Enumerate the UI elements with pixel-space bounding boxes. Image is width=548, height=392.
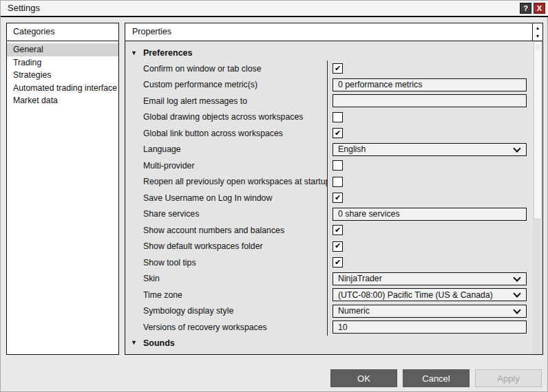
apply-button[interactable]: Apply bbox=[475, 369, 542, 387]
property-value: Numeric bbox=[328, 303, 533, 320]
select-time-zone[interactable]: (UTC-08:00) Pacific Time (US & Canada) bbox=[333, 288, 527, 301]
checkmark-icon: ✔ bbox=[335, 226, 341, 234]
vertical-scrollbar[interactable] bbox=[533, 41, 542, 354]
checkbox-show-default-workspaces-folder[interactable]: ✔ bbox=[333, 241, 343, 252]
property-row: LanguageEnglish bbox=[125, 142, 533, 158]
property-label: Global drawing objects across workspaces bbox=[125, 109, 328, 126]
checkmark-icon: ✔ bbox=[335, 65, 341, 72]
properties-header-label: Properties bbox=[132, 23, 171, 41]
properties-spinner: ▲ ▼ bbox=[532, 23, 542, 41]
property-label: Show tool tips bbox=[125, 254, 328, 271]
property-row: SkinNinjaTrader bbox=[125, 271, 533, 287]
property-value: 0 performance metrics bbox=[328, 77, 533, 94]
property-value: 0 share services bbox=[328, 206, 533, 223]
text-field-custom-performance-metric-s[interactable]: 0 performance metrics bbox=[333, 78, 527, 91]
property-row: Global drawing objects across workspaces bbox=[125, 109, 533, 126]
categories-header: Categories bbox=[7, 23, 118, 41]
checkbox-show-account-numbers-and-balances[interactable]: ✔ bbox=[333, 225, 343, 235]
chevron-down-icon bbox=[513, 306, 520, 314]
property-label: Language bbox=[125, 142, 328, 158]
properties-body: ▼PreferencesConfirm on window or tab clo… bbox=[125, 41, 533, 354]
property-value bbox=[328, 174, 533, 190]
help-button[interactable]: ? bbox=[520, 3, 531, 14]
selected-value: (UTC-08:00) Pacific Time (US & Canada) bbox=[338, 290, 493, 300]
section-title: Preferences bbox=[143, 48, 193, 58]
selected-value: Numeric bbox=[338, 306, 370, 316]
property-label: Custom performance metric(s) bbox=[125, 77, 328, 94]
chevron-down-icon bbox=[513, 290, 520, 298]
window-title: Settings bbox=[8, 1, 40, 16]
selected-value: English bbox=[338, 144, 366, 154]
property-value: (UTC-08:00) Pacific Time (US & Canada) bbox=[328, 287, 533, 303]
property-row: Multi-provider bbox=[125, 157, 533, 174]
settings-window: Settings ? X Categories GeneralTradingSt… bbox=[0, 0, 548, 392]
category-item-general[interactable]: General bbox=[7, 43, 118, 56]
collapse-triangle-icon: ▼ bbox=[131, 50, 137, 56]
property-row: Custom performance metric(s)0 performanc… bbox=[125, 77, 533, 94]
property-row: Show tool tips✔ bbox=[125, 254, 533, 271]
checkmark-icon: ✔ bbox=[335, 129, 341, 137]
property-row: Time zone(UTC-08:00) Pacific Time (US & … bbox=[125, 287, 533, 303]
section-header-preferences[interactable]: ▼Preferences bbox=[125, 45, 533, 61]
cancel-button[interactable]: Cancel bbox=[403, 369, 470, 387]
property-value: ✔ bbox=[328, 61, 533, 77]
checkbox-save-username-on-log-in-window[interactable]: ✔ bbox=[333, 193, 343, 203]
property-label: Multi-provider bbox=[125, 157, 328, 174]
property-row: Confirm on window or tab close✔ bbox=[125, 61, 533, 77]
property-value: ✔ bbox=[328, 125, 533, 142]
ok-button[interactable]: OK bbox=[330, 369, 397, 387]
scroll-down-button[interactable]: ▼ bbox=[533, 32, 542, 41]
property-label: Email log alert messages to bbox=[125, 93, 328, 109]
categories-list: GeneralTradingStrategiesAutomated tradin… bbox=[7, 41, 118, 107]
select-symbology-display-style[interactable]: Numeric bbox=[333, 305, 527, 318]
checkmark-icon: ✔ bbox=[335, 242, 341, 250]
property-value bbox=[328, 93, 533, 109]
checkbox-global-link-button-across-workspaces[interactable]: ✔ bbox=[333, 128, 343, 138]
title-bar: Settings ? X bbox=[1, 1, 548, 17]
checkbox-confirm-on-window-or-tab-close[interactable]: ✔ bbox=[333, 63, 343, 74]
property-value: ✔ bbox=[328, 239, 533, 255]
section-header-sounds[interactable]: ▼Sounds bbox=[125, 336, 533, 351]
text-field-email-log-alert-messages-to[interactable] bbox=[333, 94, 527, 107]
selected-value: NinjaTrader bbox=[338, 274, 382, 283]
property-row: Show account numbers and balances✔ bbox=[125, 222, 533, 239]
text-field-share-services[interactable]: 0 share services bbox=[333, 208, 527, 221]
property-label: Share services bbox=[125, 206, 328, 223]
scroll-up-button[interactable]: ▲ bbox=[533, 23, 542, 32]
property-label: Confirm on window or tab close bbox=[125, 61, 328, 77]
property-row: Versions of recovery workspaces10 bbox=[125, 319, 533, 336]
checkbox-multi-provider[interactable] bbox=[333, 160, 343, 171]
property-row: Global link button across workspaces✔ bbox=[125, 125, 533, 142]
property-row: Symbology display styleNumeric bbox=[125, 303, 533, 320]
property-label: Skin bbox=[125, 271, 328, 287]
close-button[interactable]: X bbox=[534, 3, 545, 14]
text-field-versions-of-recovery-workspaces[interactable]: 10 bbox=[333, 320, 527, 334]
checkbox-global-drawing-objects-across-workspaces[interactable] bbox=[333, 112, 343, 122]
select-skin[interactable]: NinjaTrader bbox=[333, 272, 527, 285]
category-item-trading[interactable]: Trading bbox=[7, 56, 118, 69]
categories-panel: Categories GeneralTradingStrategiesAutom… bbox=[6, 23, 119, 355]
property-row: Reopen all previously open workspaces at… bbox=[125, 174, 533, 190]
checkbox-show-tool-tips[interactable]: ✔ bbox=[333, 257, 343, 268]
category-item-automated-trading-interface[interactable]: Automated trading interface bbox=[7, 82, 118, 95]
category-item-strategies[interactable]: Strategies bbox=[7, 69, 118, 82]
scrollbar-grip-icon bbox=[536, 45, 540, 50]
category-item-market-data[interactable]: Market data bbox=[7, 94, 118, 107]
scrollbar-thumb[interactable] bbox=[534, 41, 542, 219]
section-title: Sounds bbox=[143, 338, 175, 348]
property-label: Show account numbers and balances bbox=[125, 222, 328, 239]
property-label: Show default workspaces folder bbox=[125, 239, 328, 255]
property-value bbox=[328, 157, 533, 174]
checkmark-icon: ✔ bbox=[335, 194, 341, 202]
property-value: ✔ bbox=[328, 222, 533, 239]
property-value bbox=[328, 109, 533, 126]
property-row: Email log alert messages to bbox=[125, 93, 533, 109]
collapse-triangle-icon: ▼ bbox=[131, 340, 137, 346]
property-value: ✔ bbox=[328, 254, 533, 271]
properties-header: Properties ▲ ▼ bbox=[125, 23, 542, 41]
property-label: Time zone bbox=[125, 287, 328, 303]
select-language[interactable]: English bbox=[333, 143, 527, 156]
checkbox-reopen-all-previously-open-workspaces-at-startup[interactable] bbox=[333, 177, 343, 187]
property-label: Symbology display style bbox=[125, 303, 328, 320]
arrow-up-icon: ▲ bbox=[536, 25, 540, 30]
